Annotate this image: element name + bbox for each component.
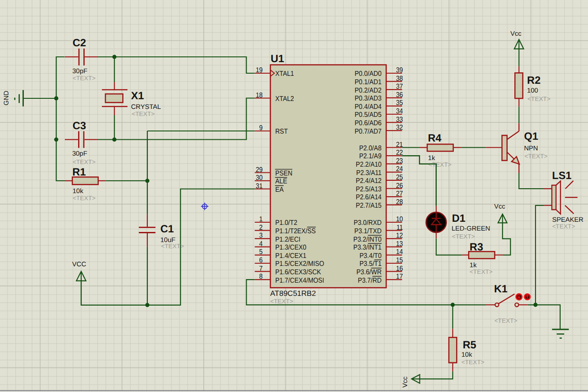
svg-text:Vcc: Vcc: [401, 376, 409, 388]
svg-text:3: 3: [259, 232, 263, 239]
svg-text:14: 14: [396, 248, 403, 256]
svg-text:P0.3/AD3: P0.3/AD3: [355, 95, 382, 102]
svg-text:Vcc: Vcc: [494, 203, 506, 210]
svg-text:<TEXT>: <TEXT>: [161, 243, 184, 250]
svg-text:<TEXT>: <TEXT>: [73, 75, 96, 82]
svg-text:<TEXT>: <TEXT>: [461, 358, 484, 366]
svg-text:PSEN: PSEN: [275, 170, 292, 177]
svg-text:P1.3/CEX0: P1.3/CEX0: [275, 244, 307, 251]
svg-text:35: 35: [396, 99, 403, 107]
svg-text:17: 17: [396, 273, 403, 280]
svg-text:P0.0/AD0: P0.0/AD0: [355, 70, 382, 78]
svg-text:X1: X1: [131, 90, 144, 102]
svg-text:16: 16: [396, 265, 403, 273]
svg-text:XTAL2: XTAL2: [275, 95, 294, 103]
svg-text:P3.3/INT1: P3.3/INT1: [353, 244, 382, 251]
svg-text:Vcc: Vcc: [510, 30, 522, 37]
svg-text:AT89C51RB2: AT89C51RB2: [270, 289, 316, 298]
svg-text:39: 39: [396, 67, 403, 74]
svg-text:<TEXT>: <TEXT>: [452, 233, 475, 240]
svg-text:30: 30: [256, 174, 263, 182]
svg-text:34: 34: [396, 108, 403, 115]
svg-text:11: 11: [397, 224, 403, 231]
svg-text:P2.1/A9: P2.1/A9: [359, 153, 382, 160]
svg-text:30pF: 30pF: [72, 150, 87, 157]
svg-text:K1: K1: [494, 283, 508, 295]
svg-text:P3.7/RD: P3.7/RD: [358, 277, 382, 284]
svg-text:P0.5/AD5: P0.5/AD5: [355, 111, 382, 119]
svg-text:30pF: 30pF: [72, 67, 87, 75]
svg-text:R4: R4: [428, 132, 442, 144]
svg-text:<TEXT>: <TEXT>: [528, 95, 551, 102]
svg-text:P1.0/T2: P1.0/T2: [275, 219, 297, 227]
svg-text:<TEXT>: <TEXT>: [270, 298, 293, 305]
svg-text:38: 38: [396, 75, 403, 82]
svg-text:23: 23: [396, 157, 403, 165]
svg-text:P2.2/A10: P2.2/A10: [356, 161, 382, 168]
svg-text:10k: 10k: [73, 187, 84, 195]
svg-text:P0.4/AD4: P0.4/AD4: [355, 103, 382, 111]
svg-text:22: 22: [396, 149, 403, 157]
svg-text:1: 1: [259, 216, 263, 223]
svg-text:P2.7/A15: P2.7/A15: [356, 202, 382, 209]
svg-text:LS1: LS1: [552, 170, 572, 182]
svg-text:VCC: VCC: [72, 261, 86, 268]
svg-text:P0.2/AD2: P0.2/AD2: [355, 87, 382, 94]
svg-text:12: 12: [396, 232, 403, 239]
svg-text:27: 27: [396, 190, 403, 198]
svg-text:24: 24: [396, 165, 403, 173]
svg-text:4: 4: [259, 240, 263, 248]
svg-text:P3.0/RXD: P3.0/RXD: [354, 219, 382, 227]
svg-text:P0.6/AD6: P0.6/AD6: [355, 119, 382, 127]
svg-text:33: 33: [396, 116, 403, 123]
svg-text:P2.0/A8: P2.0/A8: [359, 145, 382, 152]
svg-text:EA: EA: [275, 186, 284, 194]
svg-text:<TEXT>: <TEXT>: [132, 110, 155, 117]
svg-text:<TEXT>: <TEXT>: [552, 223, 575, 230]
svg-text:CRYSTAL: CRYSTAL: [131, 103, 161, 111]
svg-text:P3.2/INT0: P3.2/INT0: [353, 236, 382, 243]
svg-text:<TEXT>: <TEXT>: [524, 153, 547, 160]
svg-text:P1.4/CEX1: P1.4/CEX1: [275, 252, 307, 260]
svg-text:RST: RST: [275, 128, 288, 135]
svg-text:C3: C3: [73, 120, 86, 132]
svg-text:P2.5/A13: P2.5/A13: [356, 186, 382, 193]
svg-text:29: 29: [256, 166, 263, 174]
svg-text:P1.2/ECI: P1.2/ECI: [275, 236, 300, 243]
svg-text:18: 18: [256, 92, 263, 99]
svg-text:GND: GND: [3, 91, 10, 106]
svg-text:P3.1/TXD: P3.1/TXD: [354, 228, 382, 235]
svg-text:R3: R3: [470, 241, 483, 253]
svg-text:<TEXT>: <TEXT>: [73, 194, 96, 202]
svg-text:P2.3/A11: P2.3/A11: [356, 169, 382, 177]
svg-text:31: 31: [256, 183, 263, 190]
svg-text:P0.7/AD7: P0.7/AD7: [355, 128, 382, 135]
svg-text:LED-GREEN: LED-GREEN: [452, 225, 491, 232]
svg-text:2: 2: [259, 224, 263, 231]
svg-text:5: 5: [259, 248, 263, 256]
svg-text:28: 28: [396, 198, 403, 206]
svg-text:37: 37: [396, 83, 403, 90]
svg-text:21: 21: [396, 141, 403, 149]
svg-text:10k: 10k: [461, 351, 472, 358]
svg-text:C2: C2: [73, 37, 86, 49]
svg-text:32: 32: [396, 124, 403, 131]
svg-text:P3.4/T0: P3.4/T0: [360, 252, 382, 260]
svg-text:15: 15: [396, 257, 403, 264]
svg-text:<TEXT>: <TEXT>: [470, 268, 493, 275]
svg-text:P2.6/A14: P2.6/A14: [356, 194, 382, 201]
svg-text:P1.7/CEX4/MOSI: P1.7/CEX4/MOSI: [275, 277, 324, 284]
svg-text:XTAL1: XTAL1: [275, 70, 294, 78]
svg-text:D1: D1: [452, 213, 466, 224]
svg-text:R1: R1: [72, 166, 86, 178]
svg-text:P3.5/T1: P3.5/T1: [360, 260, 382, 268]
svg-text:ALE: ALE: [275, 178, 287, 185]
svg-text:R2: R2: [527, 75, 541, 86]
svg-text:NPN: NPN: [524, 145, 538, 152]
svg-text:P1.6/CEX3/SCK: P1.6/CEX3/SCK: [275, 269, 321, 276]
svg-text:13: 13: [396, 240, 403, 248]
svg-text:P3.6/WR: P3.6/WR: [356, 269, 382, 276]
svg-text:19: 19: [256, 67, 263, 74]
svg-text:P1.1/T2EX/SS: P1.1/T2EX/SS: [275, 228, 316, 235]
svg-text:25: 25: [396, 174, 403, 181]
